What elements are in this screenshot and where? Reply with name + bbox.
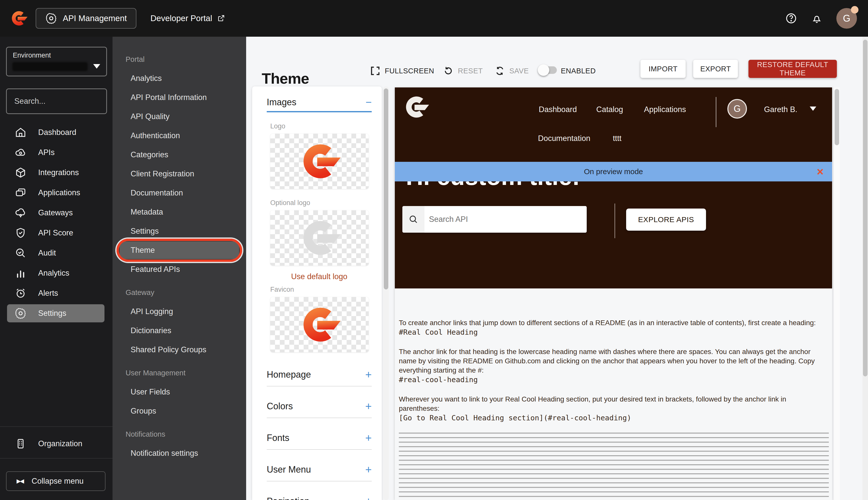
- expand-section-icon[interactable]: +: [365, 400, 372, 412]
- preview-api-search[interactable]: [402, 206, 587, 233]
- sidebar-item-audit[interactable]: Audit: [0, 243, 113, 263]
- expand-section-icon[interactable]: +: [365, 368, 372, 381]
- preview-portal-logo: [402, 93, 430, 121]
- subnav-item-categories[interactable]: Categories: [113, 145, 246, 164]
- preview-nav-dashboard[interactable]: Dashboard: [539, 105, 577, 114]
- theme-settings-panel: Images − Logo Optional logo: [252, 87, 382, 500]
- theme-panel-scrollbar[interactable]: [383, 87, 389, 500]
- subnav-item-featured-apis[interactable]: Featured APIs: [113, 260, 246, 279]
- subnav-section-gateway: Gateway: [113, 283, 246, 302]
- sidebar-item-apis[interactable]: APIs: [0, 143, 113, 162]
- expand-section-icon[interactable]: +: [365, 495, 372, 500]
- sidebar-item-integrations[interactable]: Integrations: [0, 162, 113, 183]
- sidebar-item-api-score[interactable]: API Score: [0, 223, 113, 243]
- section-colors[interactable]: Colors+: [267, 400, 372, 412]
- section-pagination[interactable]: Pagination+: [267, 495, 372, 500]
- section-user-menu[interactable]: User Menu+: [267, 463, 372, 476]
- sidebar-item-analytics[interactable]: Analytics: [0, 263, 113, 283]
- favicon-upload-area[interactable]: [270, 297, 369, 352]
- subnav-item-dictionaries[interactable]: Dictionaries: [113, 321, 246, 340]
- notifications-bell-icon[interactable]: [811, 12, 823, 24]
- subnav-section-user-management: User Management: [113, 363, 246, 383]
- gravitee-logo-icon[interactable]: [9, 9, 28, 28]
- preview-nav-tttt[interactable]: tttt: [613, 134, 621, 143]
- sidebar-item-gateways[interactable]: Gateways: [0, 203, 113, 223]
- subnav-item-user-fields[interactable]: User Fields: [113, 383, 246, 401]
- fullscreen-button[interactable]: FULLSCREEN: [370, 64, 434, 78]
- export-button[interactable]: EXPORT: [693, 60, 738, 78]
- skeleton-line: [399, 491, 829, 492]
- section-fonts[interactable]: Fonts+: [267, 432, 372, 444]
- skeleton-line: [399, 460, 829, 461]
- subnav-item-api-quality[interactable]: API Quality: [113, 107, 246, 126]
- sidebar-item-label: Alerts: [38, 289, 58, 298]
- environment-select[interactable]: Environment: [6, 47, 107, 76]
- subnav-item-metadata[interactable]: Metadata: [113, 203, 246, 221]
- search-icon: [402, 206, 425, 233]
- preview-nav-documentation[interactable]: Documentation: [538, 134, 590, 143]
- subnav-item-analytics[interactable]: Analytics: [113, 69, 246, 88]
- app-switcher-button[interactable]: API Management: [36, 8, 136, 29]
- sidebar-search[interactable]: [6, 89, 107, 114]
- sidebar-item-dashboard[interactable]: Dashboard: [0, 122, 113, 143]
- preview-scrollbar[interactable]: [834, 88, 840, 500]
- save-button[interactable]: SAVE: [494, 64, 529, 78]
- subnav-item-groups[interactable]: Groups: [113, 401, 246, 421]
- restore-default-theme-button[interactable]: RESTORE DEFAULT THEME: [749, 60, 837, 78]
- chevron-down-icon[interactable]: [810, 106, 816, 111]
- subnav-item-api-logging[interactable]: API Logging: [113, 302, 246, 321]
- subnav-item-client-registration[interactable]: Client Registration: [113, 164, 246, 183]
- sidebar-item-applications[interactable]: Applications: [0, 183, 113, 203]
- images-section-header[interactable]: Images −: [267, 97, 372, 107]
- page-scrollbar[interactable]: [863, 37, 868, 500]
- divider: [0, 458, 113, 458]
- developer-portal-link[interactable]: Developer Portal: [150, 14, 225, 23]
- subnav-item-api-portal-information[interactable]: API Portal Information: [113, 88, 246, 107]
- subnav-item-authentication[interactable]: Authentication: [113, 126, 246, 145]
- sidebar-item-settings[interactable]: Settings: [0, 303, 113, 323]
- subnav-item-theme-selected[interactable]: Theme: [113, 241, 246, 260]
- help-icon[interactable]: [785, 12, 797, 24]
- expand-section-icon[interactable]: +: [365, 463, 372, 476]
- subnav-item-documentation[interactable]: Documentation: [113, 183, 246, 203]
- logo-upload-area[interactable]: [270, 134, 369, 189]
- search-input[interactable]: [7, 96, 115, 106]
- subnav-item-shared-policy-groups[interactable]: Shared Policy Groups: [113, 340, 246, 359]
- sidebar-item-alerts[interactable]: Alerts: [0, 283, 113, 303]
- preview-nav-applications[interactable]: Applications: [644, 105, 686, 114]
- sidebar-item-label: Audit: [38, 249, 56, 258]
- toggle-knob: [538, 64, 549, 76]
- collapse-menu-button[interactable]: ▶◀ Collapse menu: [6, 471, 105, 491]
- scrollbar-thumb[interactable]: [835, 89, 839, 145]
- preview-nav-catalog[interactable]: Catalog: [596, 105, 623, 114]
- primary-sidebar: Environment Dashboard APIs Integrations: [0, 37, 113, 500]
- settings-subnav: Portal Analytics API Portal Information …: [113, 37, 246, 500]
- sidebar-item-organization[interactable]: Organization: [0, 432, 113, 455]
- scrollbar-thumb[interactable]: [384, 89, 388, 289]
- sidebar-item-label: Settings: [38, 309, 66, 318]
- skeleton-line: [399, 482, 829, 483]
- import-button[interactable]: IMPORT: [640, 60, 686, 78]
- subnav-item-notification-settings[interactable]: Notification settings: [113, 444, 246, 463]
- collapse-section-icon[interactable]: −: [366, 100, 372, 105]
- readme-table-lines: [399, 433, 829, 500]
- explore-apis-button[interactable]: EXPLORE APIS: [626, 208, 706, 231]
- subnav-item-settings[interactable]: Settings: [113, 221, 246, 241]
- sidebar-item-label: Integrations: [38, 168, 79, 177]
- user-avatar[interactable]: G: [836, 8, 857, 29]
- divider: [0, 427, 113, 427]
- skeleton-line: [399, 464, 829, 465]
- skeleton-line: [399, 469, 829, 469]
- preview-user-avatar[interactable]: G: [727, 99, 747, 118]
- section-homepage[interactable]: Homepage+: [267, 368, 372, 381]
- enabled-toggle[interactable]: [539, 66, 557, 74]
- use-default-logo-link[interactable]: Use default logo: [267, 272, 372, 281]
- close-icon[interactable]: ×: [817, 165, 823, 178]
- optional-logo-upload-area[interactable]: [270, 210, 369, 265]
- preview-user-name[interactable]: Gareth B.: [764, 105, 797, 114]
- skeleton-line: [399, 442, 829, 442]
- reset-button[interactable]: RESET: [443, 64, 483, 78]
- scrollbar-thumb[interactable]: [863, 40, 868, 376]
- expand-section-icon[interactable]: +: [365, 432, 372, 444]
- preview-search-input[interactable]: [425, 206, 587, 233]
